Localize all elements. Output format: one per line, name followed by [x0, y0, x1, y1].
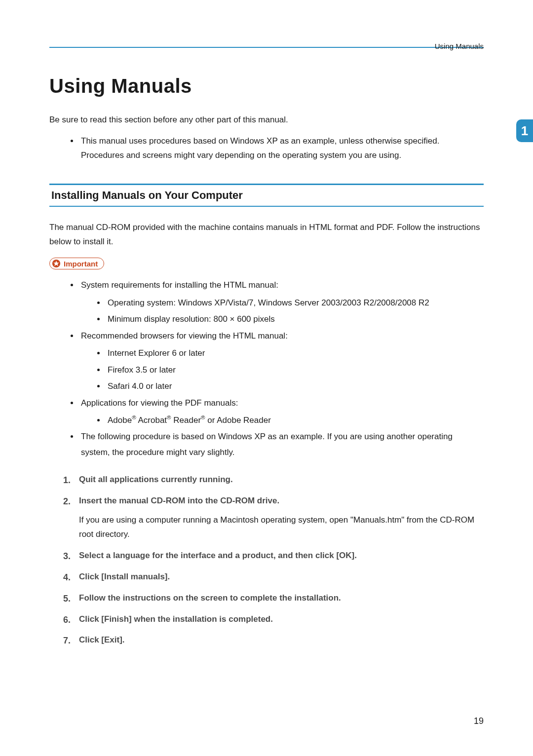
page-title: Using Manuals	[49, 75, 484, 97]
list-item: Safari 4.0 or later	[106, 378, 484, 394]
list-item: Operating system: Windows XP/Vista/7, Wi…	[106, 295, 484, 310]
list-item: Firefox 3.5 or later	[106, 362, 484, 378]
list-item: Internet Explorer 6 or later	[106, 345, 484, 361]
important-badge: Important	[49, 258, 104, 269]
step-title: Click [Finish] when the installation is …	[79, 614, 273, 624]
step-title: Select a language for the interface and …	[79, 551, 357, 560]
step-title: Insert the manual CD-ROM into the CD-ROM…	[79, 496, 279, 505]
sub-list: Internet Explorer 6 or later Firefox 3.5…	[81, 345, 484, 394]
text: Adobe	[108, 416, 132, 425]
list-item: Recommended browsers for viewing the HTM…	[79, 328, 484, 394]
list-item: This manual uses procedures based on Win…	[79, 134, 484, 163]
sub-list: Adobe® Acrobat® Reader® or Adobe Reader	[81, 413, 484, 428]
step-item: Click [Exit].	[63, 633, 484, 647]
page-number: 19	[474, 716, 484, 726]
intro-text: Be sure to read this section before any …	[49, 113, 484, 127]
intro-bullet-list: This manual uses procedures based on Win…	[49, 134, 484, 163]
reg-mark: ®	[132, 415, 136, 420]
text: or Adobe Reader	[205, 416, 271, 425]
header-rule	[49, 47, 484, 48]
step-title: Click [Exit].	[79, 635, 125, 644]
step-title: Follow the instructions on the screen to…	[79, 593, 341, 603]
step-item: Follow the instructions on the screen to…	[63, 591, 484, 605]
list-item: Adobe® Acrobat® Reader® or Adobe Reader	[106, 413, 484, 428]
step-title: Quit all applications currently running.	[79, 475, 233, 484]
section-heading: Installing Manuals on Your Computer	[51, 189, 482, 202]
step-title: Click [Install manuals].	[79, 572, 170, 581]
steps-list: Quit all applications currently running.…	[49, 473, 484, 647]
section-intro: The manual CD-ROM provided with the mach…	[49, 221, 484, 249]
list-item: Applications for viewing the PDF manuals…	[79, 395, 484, 428]
text: Reader	[171, 416, 201, 425]
star-icon	[52, 259, 61, 268]
section-header: Installing Manuals on Your Computer	[49, 184, 484, 207]
important-list: System requirements for installing the H…	[49, 277, 484, 460]
step-body: If you are using a computer running a Ma…	[79, 513, 484, 542]
step-item: Insert the manual CD-ROM into the CD-ROM…	[63, 494, 484, 542]
sub-list: Operating system: Windows XP/Vista/7, Wi…	[81, 295, 484, 327]
list-item: System requirements for installing the H…	[79, 277, 484, 327]
chapter-tab: 1	[516, 119, 533, 142]
reg-mark: ®	[201, 415, 205, 420]
step-item: Quit all applications currently running.	[63, 473, 484, 487]
step-item: Select a language for the interface and …	[63, 549, 484, 563]
step-item: Click [Finish] when the installation is …	[63, 612, 484, 627]
item-text: Applications for viewing the PDF manuals…	[81, 398, 238, 408]
reg-mark: ®	[167, 415, 171, 420]
list-item: The following procedure is based on Wind…	[79, 429, 484, 460]
text: Acrobat	[136, 416, 167, 425]
item-text: Recommended browsers for viewing the HTM…	[81, 331, 288, 340]
page: Using Manuals 1 Using Manuals Be sure to…	[0, 0, 533, 647]
step-item: Click [Install manuals].	[63, 570, 484, 584]
item-text: System requirements for installing the H…	[81, 280, 278, 290]
header-breadcrumb: Using Manuals	[435, 42, 484, 50]
list-item: Minimum display resolution: 800 × 600 pi…	[106, 311, 484, 327]
important-label: Important	[64, 260, 98, 268]
